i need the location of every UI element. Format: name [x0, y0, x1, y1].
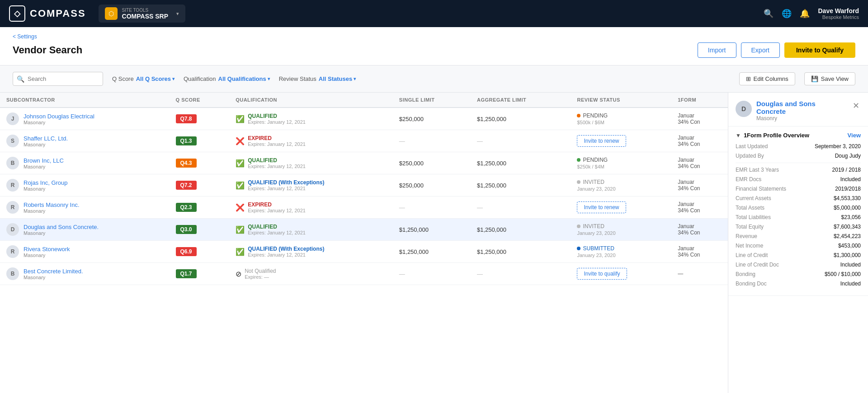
single-limit-cell: —: [393, 130, 471, 152]
table-row[interactable]: J Johnson Douglas Electrical Masonary Q7…: [0, 108, 728, 130]
qual-icon: ✅: [236, 225, 245, 234]
table-row[interactable]: D Douglas and Sons Concrete. Masonary Q3…: [0, 219, 728, 241]
vendor-name[interactable]: Rojas Inc, Group: [24, 179, 68, 186]
q-score-cell: Q6.9: [170, 241, 230, 263]
vendor-name[interactable]: Roberts Masonry Inc.: [24, 201, 80, 208]
qualification-cell: ✅ QUALIFIED Expires: January 12, 2021: [229, 108, 393, 130]
review-status-dropdown[interactable]: All Statuses ▾: [319, 75, 356, 82]
panel-view-link[interactable]: View: [848, 132, 861, 139]
review-status-cell: Invite to qualify: [571, 263, 671, 285]
vendor-cell: R Rojas Inc, Group Masonary: [0, 174, 170, 196]
review-status-cell: PENDING $500k / $6M: [571, 108, 671, 130]
invite-qualify-button[interactable]: Invite to Qualify: [784, 42, 855, 58]
q-score-badge: Q7.2: [176, 181, 197, 190]
section-chevron-icon[interactable]: ▼: [736, 132, 741, 139]
q-score-badge: Q1.7: [176, 269, 197, 278]
table-row[interactable]: R Rivera Stonework Masonary Q6.9 ✅ QUALI…: [0, 241, 728, 263]
search-icon: 🔍: [17, 75, 24, 83]
table-row[interactable]: B Brown Inc, LLC Masonary Q4.3 ✅ QUALIFI…: [0, 152, 728, 174]
panel-field-row: Line of Credit Doc Included: [736, 262, 861, 268]
panel-field-value: Included: [840, 262, 861, 268]
panel-field-label: Line of Credit Doc: [736, 262, 779, 268]
panel-field-value: $5,000,000: [834, 205, 861, 211]
review-status-text: PENDING $500k / $6M: [577, 112, 665, 125]
panel-field-label: EMR Docs: [736, 176, 761, 182]
vendor-avatar: B: [6, 157, 19, 169]
site-tools-selector[interactable]: ⬡ SITE TOOLS COMPASS SRP ▾: [99, 5, 185, 23]
qual-icon: ✅: [236, 248, 245, 256]
1form-percent: 34% Con: [678, 185, 722, 192]
qualification-cell: ✅ QUALIFIED Expires: January 12, 2021: [229, 219, 393, 241]
qual-icon: ❌: [236, 203, 245, 212]
search-wrap: 🔍: [13, 72, 103, 86]
vendor-name[interactable]: Shaffer LLC, Ltd.: [24, 135, 68, 142]
panel-field-row: Total Equity $7,600,343: [736, 224, 861, 230]
vendor-avatar: D: [6, 223, 19, 236]
panel-field-label: Bonding Doc: [736, 281, 767, 287]
panel-field-value: $23,056: [841, 214, 861, 220]
1form-cell: Januar 34% Con: [671, 241, 728, 263]
panel-field-label: Financial Statements: [736, 186, 786, 192]
panel-profile-section: ▼ 1Form Profile Overview View Last Updat…: [728, 126, 868, 296]
site-tools-icon: ⬡: [105, 7, 118, 20]
page-actions: Import Export Invite to Qualify: [698, 42, 855, 58]
vendor-avatar: R: [6, 245, 19, 258]
qualification-chevron-icon: ▾: [268, 76, 270, 81]
review-status-cell: Invite to renew: [571, 196, 671, 219]
panel-field-value: Included: [840, 281, 861, 287]
vendor-name[interactable]: Johnson Douglas Electrical: [24, 113, 94, 120]
breadcrumb[interactable]: < Settings: [13, 33, 855, 40]
col-review-status: REVIEW STATUS: [571, 93, 671, 108]
user-info: Dave Warford Bespoke Metrics: [818, 7, 859, 20]
q-score-dropdown[interactable]: All Q Scores ▾: [136, 75, 175, 82]
1form-cell: Januar 34% Con: [671, 196, 728, 219]
vendor-name[interactable]: Rivera Stonework: [24, 246, 70, 253]
invite-renew-button[interactable]: Invite to renew: [577, 135, 626, 147]
import-button[interactable]: Import: [698, 42, 736, 58]
vendor-category: Masonary: [24, 120, 94, 125]
panel-close-button[interactable]: ✕: [851, 101, 861, 111]
panel-field-row: Total Assets $5,000,000: [736, 205, 861, 211]
vendor-name[interactable]: Brown Inc, LLC: [24, 157, 64, 164]
review-status-cell: INVITED January 23, 2020: [571, 219, 671, 241]
table-row[interactable]: R Roberts Masonry Inc. Masonary Q2.3 ❌ E…: [0, 196, 728, 219]
panel-avatar: D: [736, 101, 752, 117]
1form-date: Januar: [678, 223, 722, 229]
1form-percent: 34% Con: [678, 207, 722, 214]
panel-field-row: Revenue $2,454,223: [736, 233, 861, 239]
panel-vendor-name[interactable]: Douglas and Sons Concrete: [756, 100, 846, 115]
qual-expires: Expires: January 12, 2021: [248, 208, 306, 213]
qual-icon: ✅: [236, 159, 245, 168]
vendor-avatar: J: [6, 112, 19, 125]
q-score-cell: Q1.3: [170, 130, 230, 152]
1form-date: Januar: [678, 245, 722, 252]
vendor-category: Masonary: [24, 208, 80, 214]
vendor-category: Masonary: [24, 142, 68, 147]
invite-renew-button[interactable]: Invite to renew: [577, 201, 626, 213]
edit-columns-button[interactable]: ⊞ Edit Columns: [739, 72, 795, 85]
panel-field-value: $7,600,343: [834, 224, 861, 230]
vendor-name[interactable]: Douglas and Sons Concrete.: [24, 224, 99, 230]
panel-field-label: Current Assets: [736, 195, 771, 201]
vendor-name[interactable]: Best Concrete Limited.: [24, 268, 83, 275]
single-limit-cell: $1,250,000: [393, 241, 471, 263]
vendor-category: Masonary: [24, 186, 68, 192]
table-row[interactable]: B Best Concrete Limited. Masonary Q1.7 ⊘…: [0, 263, 728, 285]
columns-icon: ⊞: [746, 75, 751, 82]
search-icon[interactable]: 🔍: [764, 9, 774, 19]
invite-qualify-row-button[interactable]: Invite to qualify: [577, 268, 627, 280]
globe-icon[interactable]: 🌐: [782, 9, 792, 19]
export-button[interactable]: Export: [741, 42, 780, 58]
table-row[interactable]: R Rojas Inc, Group Masonary Q7.2 ✅ QUALI…: [0, 174, 728, 196]
single-limit-cell: —: [393, 196, 471, 219]
content-area: SUBCONTRACTOR Q SCORE QUALIFICATION SING…: [0, 93, 868, 393]
single-limit-cell: $250,000: [393, 174, 471, 196]
aggregate-limit-cell: $1,250,000: [471, 241, 571, 263]
save-view-button[interactable]: 💾 Save View: [804, 72, 855, 85]
search-input[interactable]: [13, 72, 103, 86]
bell-icon[interactable]: 🔔: [800, 9, 810, 19]
table-row[interactable]: S Shaffer LLC, Ltd. Masonary Q1.3 ❌ EXPI…: [0, 130, 728, 152]
logo-block[interactable]: ◇ COMPASS: [9, 5, 86, 22]
qual-expires: Expires: January 12, 2021: [248, 252, 324, 257]
qualification-dropdown[interactable]: All Qualifications ▾: [218, 75, 270, 82]
